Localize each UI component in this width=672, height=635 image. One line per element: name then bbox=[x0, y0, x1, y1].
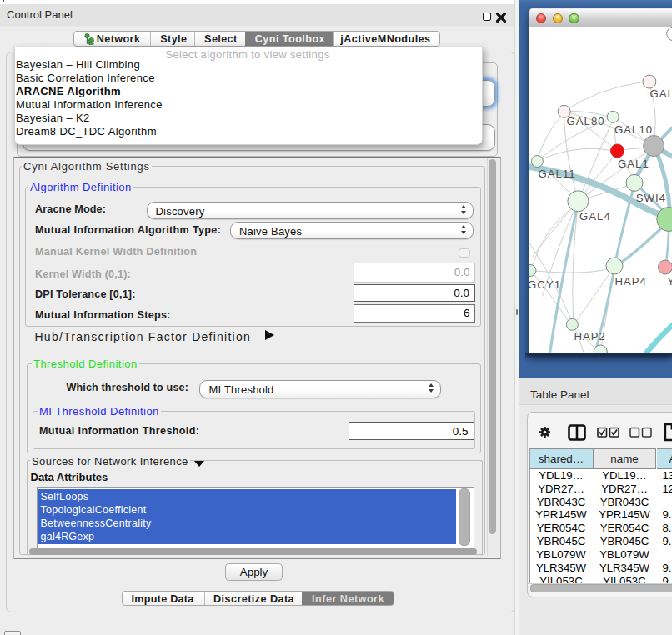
svg-text:HAP4: HAP4 bbox=[614, 274, 646, 287]
svg-text:GAL10: GAL10 bbox=[614, 123, 653, 136]
svg-text:HAP2: HAP2 bbox=[574, 329, 605, 342]
svg-text:SWI4: SWI4 bbox=[635, 191, 665, 203]
svg-text:GAL4: GAL4 bbox=[579, 210, 611, 222]
svg-text:GAL80: GAL80 bbox=[566, 115, 604, 128]
svg-text:GCY1: GCY1 bbox=[529, 278, 561, 290]
svg-text:YJL0: YJL0 bbox=[667, 274, 672, 287]
svg-text:GAL11: GAL11 bbox=[538, 167, 575, 179]
svg-text:GAL1: GAL1 bbox=[618, 158, 649, 170]
svg-text:GAL2: GAL2 bbox=[649, 87, 672, 99]
